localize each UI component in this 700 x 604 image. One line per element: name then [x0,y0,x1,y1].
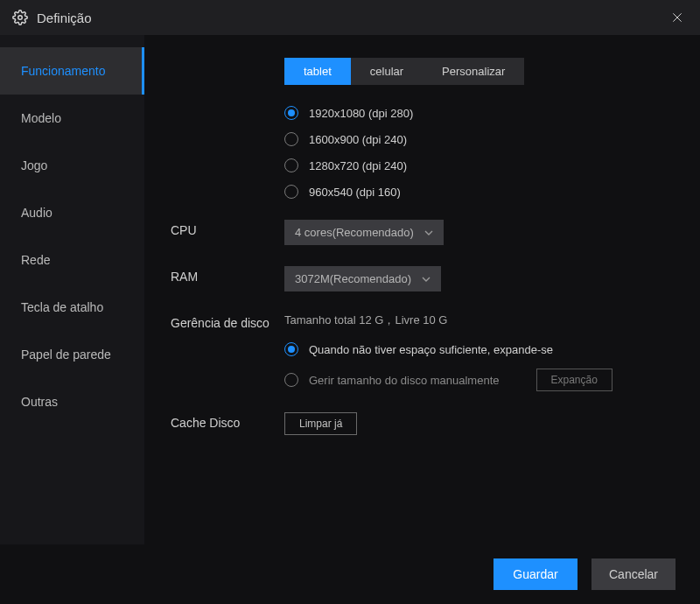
sidebar-item-label: Jogo [21,158,47,172]
radio-icon [284,158,298,172]
titlebar: Definição [0,0,700,35]
disk-label: Gerência de disco [171,313,284,330]
sidebar-item-jogo[interactable]: Jogo [0,142,144,189]
resolution-option-1280x720[interactable]: 1280x720 (dpi 240) [284,158,413,172]
clear-cache-button[interactable]: Limpar já [284,412,357,435]
cpu-select[interactable]: 4 cores(Recomendado) [284,220,444,245]
sidebar-item-tecla-de-atalho[interactable]: Tecla de atalho [0,284,144,331]
footer: Guardar Cancelar [0,544,700,604]
close-icon[interactable] [667,7,688,28]
resolution-options: 1920x1080 (dpi 280) 1600x900 (dpi 240) 1… [284,106,413,199]
resolution-option-960x540[interactable]: 960x540 (dpi 160) [284,185,413,199]
tab-celular[interactable]: celular [351,58,423,85]
disk-content: Tamanho total 12 G，Livre 10 G Quando não… [284,313,681,391]
svg-point-0 [18,16,23,20]
gear-icon [12,10,28,25]
tab-personalizar[interactable]: Personalizar [423,58,524,85]
cache-row: Cache Disco Limpar já [171,412,681,435]
chevron-down-icon [422,277,430,282]
sidebar-item-label: Modelo [21,111,61,125]
ram-row: RAM 3072M(Recomendado) [171,266,681,291]
tab-label: tablet [304,65,332,78]
sidebar-item-papel-de-parede[interactable]: Papel de parede [0,331,144,378]
sidebar-item-label: Rede [21,253,50,267]
sidebar-item-audio[interactable]: Audio [0,189,144,236]
radio-label: 1600x900 (dpi 240) [309,133,407,146]
sidebar-item-label: Papel de parede [21,348,111,362]
sidebar-item-outras[interactable]: Outras [0,378,144,425]
radio-icon [284,106,298,120]
resolution-option-1600x900[interactable]: 1600x900 (dpi 240) [284,132,413,146]
select-value: 3072M(Recomendado) [295,272,411,285]
radio-label: 960x540 (dpi 160) [309,186,401,199]
resolution-label [171,106,284,109]
radio-label: Gerir tamanho do disco manualmente [309,374,500,387]
tab-label: celular [370,65,403,78]
content-panel: tablet celular Personalizar 1920x1080 (d… [144,35,700,544]
radio-icon [284,342,298,356]
window-title: Definição [37,11,667,25]
resolution-option-1920x1080[interactable]: 1920x1080 (dpi 280) [284,106,413,120]
sidebar-item-label: Outras [21,395,58,409]
cancel-button[interactable]: Cancelar [592,558,676,590]
disk-info: Tamanho total 12 G，Livre 10 G [284,313,681,328]
sidebar-item-modelo[interactable]: Modelo [0,95,144,142]
sidebar: Funcionamento Modelo Jogo Audio Rede Tec… [0,35,144,544]
radio-icon [284,132,298,146]
chevron-down-icon [424,230,433,235]
tab-label: Personalizar [442,65,505,78]
radio-icon [284,185,298,199]
radio-icon [284,373,298,387]
device-tabs: tablet celular Personalizar [284,58,524,85]
cpu-row: CPU 4 cores(Recomendado) [171,220,681,245]
disk-option-auto-expand[interactable]: Quando não tiver espaço suficiente, expa… [284,342,681,356]
sidebar-item-label: Audio [21,206,52,220]
radio-label: 1280x720 (dpi 240) [309,159,407,172]
sidebar-item-funcionamento[interactable]: Funcionamento [0,47,144,95]
select-value: 4 cores(Recomendado) [295,226,414,239]
ram-select[interactable]: 3072M(Recomendado) [284,266,441,291]
disk-option-manual[interactable]: Gerir tamanho do disco manualmente Expan… [284,369,681,391]
ram-label: RAM [171,266,284,284]
resolution-row: 1920x1080 (dpi 280) 1600x900 (dpi 240) 1… [171,106,681,199]
radio-label: 1920x1080 (dpi 280) [309,107,413,120]
tab-tablet[interactable]: tablet [284,58,351,85]
cache-label: Cache Disco [171,412,284,430]
sidebar-item-rede[interactable]: Rede [0,236,144,284]
sidebar-item-label: Tecla de atalho [21,300,103,314]
save-button[interactable]: Guardar [494,558,578,590]
expand-button[interactable]: Expanção [536,369,612,391]
cpu-label: CPU [171,220,284,237]
disk-row: Gerência de disco Tamanho total 12 G，Liv… [171,313,681,391]
sidebar-item-label: Funcionamento [21,64,106,78]
radio-label: Quando não tiver espaço suficiente, expa… [309,343,553,356]
